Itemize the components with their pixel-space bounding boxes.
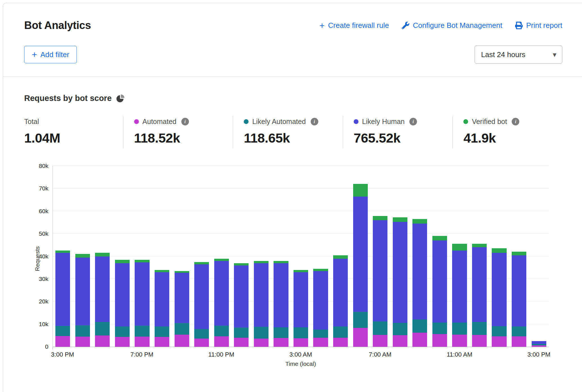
stat-label: Total xyxy=(24,118,39,126)
segment-verified-bot xyxy=(254,261,269,263)
stacked-bar-3-00-pm[interactable] xyxy=(532,166,546,347)
stacked-bar-9-00-am[interactable] xyxy=(412,166,427,347)
requests-chart: Requests 010k20k30k40k50k60k70k80k 3:00 … xyxy=(24,166,549,367)
stat-label: Likely Automated xyxy=(252,118,306,126)
stacked-bar-6-00-pm[interactable] xyxy=(115,166,130,347)
segment-verified-bot xyxy=(313,269,328,271)
segment-verified-bot xyxy=(472,244,487,247)
segment-verified-bot xyxy=(135,260,149,263)
action-label: Print report xyxy=(526,21,562,30)
segment-likely-automated xyxy=(432,323,447,334)
stacked-bar-7-00-am[interactable] xyxy=(373,166,387,347)
segment-likely-automated xyxy=(294,327,308,338)
stacked-bar-2-00-am[interactable] xyxy=(274,166,288,347)
segment-likely-human xyxy=(333,259,348,326)
stacked-bar-4-00-am[interactable] xyxy=(313,166,328,347)
stacked-bar-1-00-am[interactable] xyxy=(254,166,269,347)
segment-verified-bot xyxy=(393,217,407,222)
info-icon[interactable]: i xyxy=(512,118,519,125)
segment-likely-human xyxy=(175,273,189,323)
stacked-bar-11-00-pm[interactable] xyxy=(214,166,229,347)
segment-likely-automated xyxy=(155,326,169,337)
y-tick-label: 70k xyxy=(39,185,48,192)
segment-likely-human xyxy=(472,247,487,322)
segment-likely-automated xyxy=(175,323,189,335)
segment-likely-automated xyxy=(452,323,467,335)
time-range-select[interactable]: Last 24 hours ▾ xyxy=(475,46,562,64)
wrench-icon xyxy=(402,22,409,29)
segment-automated xyxy=(254,339,269,347)
stacked-bar-3-00-pm[interactable] xyxy=(55,166,70,347)
bar-slot xyxy=(192,166,212,347)
segment-automated xyxy=(95,335,110,347)
stacked-bar-4-00-pm[interactable] xyxy=(75,166,90,347)
header-actions: + Create firewall rule Configure Bot Man… xyxy=(319,21,562,30)
y-tick-label: 80k xyxy=(39,163,48,169)
segment-likely-automated xyxy=(55,326,70,336)
info-icon[interactable]: i xyxy=(409,118,417,125)
stacked-bar-12-00-pm[interactable] xyxy=(472,166,487,347)
create-firewall-rule-link[interactable]: + Create firewall rule xyxy=(319,21,389,30)
segment-automated xyxy=(452,335,467,347)
segment-automated xyxy=(274,338,288,347)
bar-slot xyxy=(410,166,430,347)
print-report-link[interactable]: Print report xyxy=(515,21,562,30)
segment-verified-bot xyxy=(294,270,308,272)
stacked-bar-5-00-am[interactable] xyxy=(333,166,348,347)
segment-likely-automated xyxy=(393,323,407,335)
segment-likely-human xyxy=(194,264,209,329)
stacked-bar-1-00-pm[interactable] xyxy=(492,166,506,347)
section-title: Requests by bot score xyxy=(24,94,112,103)
segment-automated xyxy=(472,335,487,347)
bar-slot xyxy=(311,166,331,347)
chevron-down-icon: ▾ xyxy=(553,51,556,58)
bar-slot xyxy=(231,166,251,347)
segment-automated xyxy=(175,335,189,347)
bar-slot xyxy=(53,166,73,347)
bar-slot xyxy=(152,166,172,347)
segment-automated xyxy=(294,338,308,347)
segment-likely-human xyxy=(294,272,308,327)
stacked-bar-3-00-am[interactable] xyxy=(294,166,308,347)
segment-automated xyxy=(432,334,447,347)
stacked-bar-10-00-am[interactable] xyxy=(432,166,447,347)
stats-row: Total 1.04M Automated i 118.52k Likely A… xyxy=(24,116,562,148)
segment-verified-bot xyxy=(155,270,169,272)
stacked-bar-7-00-pm[interactable] xyxy=(135,166,149,347)
segment-likely-automated xyxy=(115,326,130,337)
segment-likely-human xyxy=(75,258,90,325)
stat-label: Verified bot xyxy=(472,118,507,126)
segment-verified-bot xyxy=(75,254,90,257)
stacked-bar-11-00-am[interactable] xyxy=(452,166,467,347)
configure-bot-management-link[interactable]: Configure Bot Management xyxy=(402,21,502,30)
pie-chart-icon xyxy=(116,94,125,103)
segment-likely-automated xyxy=(333,326,348,338)
bar-slot xyxy=(470,166,489,347)
stacked-bar-8-00-am[interactable] xyxy=(393,166,407,347)
info-icon[interactable]: i xyxy=(311,118,318,125)
y-tick-label: 10k xyxy=(39,321,48,328)
stat-value: 1.04M xyxy=(24,130,118,146)
bar-slot xyxy=(430,166,450,347)
stacked-bar-12-00-am[interactable] xyxy=(234,166,249,347)
stacked-bar-5-00-pm[interactable] xyxy=(95,166,110,347)
stacked-bar-2-00-pm[interactable] xyxy=(512,166,526,347)
segment-likely-human xyxy=(115,263,130,326)
stacked-bar-8-00-pm[interactable] xyxy=(155,166,169,347)
segment-automated xyxy=(115,337,130,347)
action-label: Create firewall rule xyxy=(328,21,389,30)
segment-likely-automated xyxy=(512,326,526,336)
stacked-bar-10-00-pm[interactable] xyxy=(194,166,209,347)
info-icon[interactable]: i xyxy=(181,118,189,125)
page-title: Bot Analytics xyxy=(24,19,91,31)
bar-slot xyxy=(370,166,390,347)
segment-verified-bot xyxy=(55,251,70,253)
requests-by-bot-score-section: Requests by bot score Total 1.04M Automa… xyxy=(3,77,582,367)
stacked-bar-9-00-pm[interactable] xyxy=(175,166,189,347)
x-axis-label: Time (local) xyxy=(53,360,549,367)
legend-dot-automated xyxy=(134,119,139,124)
stacked-bar-6-00-am[interactable] xyxy=(353,166,368,347)
segment-verified-bot xyxy=(492,248,506,253)
add-filter-button[interactable]: + Add filter xyxy=(24,46,77,63)
y-tick-label: 0 xyxy=(45,343,48,350)
